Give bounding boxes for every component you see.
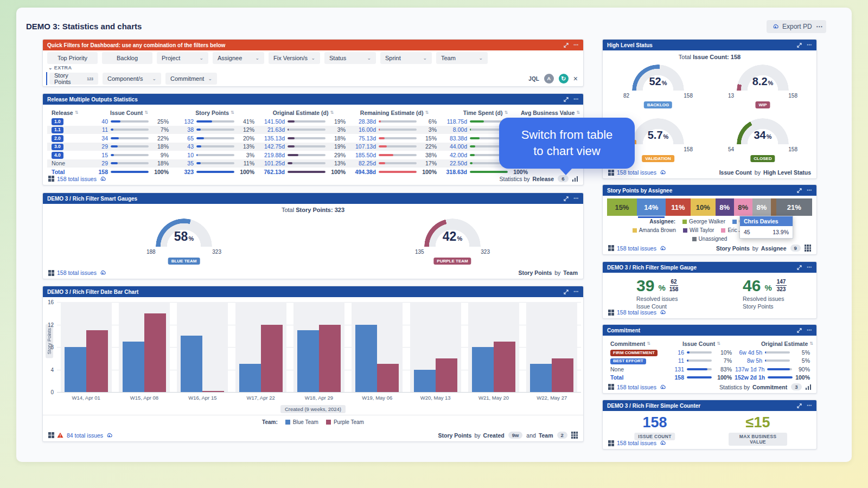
expand-icon[interactable]	[564, 43, 569, 48]
assignee-segment[interactable]: 14%	[637, 198, 666, 216]
assignee-segment[interactable]: 10%	[691, 198, 715, 216]
filter-team[interactable]: Team⌄	[436, 52, 488, 64]
more-icon[interactable]: ⋯	[807, 328, 812, 333]
close-icon[interactable]: ×	[573, 75, 578, 82]
filter-top-priority[interactable]: Top Priority	[47, 52, 98, 64]
column-header-avg-business-value[interactable]: Avg Business Value⇅	[531, 110, 580, 116]
filter-commitment[interactable]: Commitment⌄	[165, 73, 217, 85]
expand-icon[interactable]	[797, 265, 802, 270]
assignee-segment[interactable]: 21%	[776, 198, 812, 216]
total-issues-link[interactable]: 158 total issues	[617, 169, 656, 176]
more-icon[interactable]: ⋯	[573, 97, 579, 102]
column-header-issue-count[interactable]: Issue Count⇅	[86, 110, 172, 116]
table-header-row: Commitment⇅Issue Count⇅Original Estimate…	[607, 339, 812, 348]
gauge-caption: Resolved issues	[743, 295, 787, 303]
metric-cell: 16.00d3%	[349, 126, 440, 133]
more-icon[interactable]: ⋯	[807, 188, 812, 193]
expand-icon[interactable]	[564, 97, 569, 102]
column-header-original-estimate[interactable]: Original Estimate⇅	[735, 341, 813, 347]
more-icon[interactable]: ⋯	[807, 403, 812, 408]
chart-icon[interactable]	[572, 176, 578, 182]
total-issues-link[interactable]: 158 total issues	[617, 309, 656, 316]
gridline	[57, 392, 581, 393]
chart-icon[interactable]	[806, 384, 812, 390]
filter-assignee[interactable]: Assignee⌄	[213, 52, 264, 64]
assignee-segment[interactable]: 8%	[734, 198, 752, 216]
footer-label: Created	[483, 432, 505, 439]
cloud-icon[interactable]	[659, 245, 666, 252]
column-header-time-spent-d[interactable]: Time Spent (d)⇅	[440, 110, 531, 116]
filter-component-s[interactable]: Component/s⌄	[103, 73, 161, 85]
column-header-remaining-estimate-d[interactable]: Remaining Estimate (d)⇅	[349, 110, 440, 116]
assignee-segment[interactable]: 8%	[716, 198, 734, 216]
assignee-segment[interactable]	[771, 198, 776, 216]
dashboard-more-button[interactable]: ⋯	[812, 20, 826, 33]
column-label: Original Estimate	[761, 341, 808, 347]
counter-value: ≤15	[729, 415, 787, 430]
assignee-segment[interactable]: 15%	[607, 198, 637, 216]
legend-item-will-taylor: Will Taylor	[683, 227, 714, 233]
legend-item-blue-team: Blue Team	[285, 419, 318, 425]
release-badge: 2.0	[52, 135, 63, 142]
more-icon[interactable]: ⋯	[807, 42, 812, 48]
more-icon[interactable]: ⋯	[807, 265, 812, 270]
more-icon[interactable]: ⋯	[573, 196, 579, 201]
release-cell: 4.0	[47, 151, 86, 159]
column-label: Avg Business Value	[521, 110, 575, 116]
metric-bar	[379, 129, 417, 131]
avatar[interactable]: A	[544, 74, 554, 84]
metric-bar	[379, 145, 417, 147]
total-issues-link[interactable]: 84 total issues	[67, 432, 103, 439]
metric-value: 43	[172, 143, 194, 150]
refresh-icon[interactable]: ↻	[559, 74, 569, 84]
column-header-issue-count[interactable]: Issue Count⇅	[668, 341, 735, 347]
cloud-icon[interactable]	[99, 176, 106, 182]
cloud-icon[interactable]	[659, 309, 666, 316]
filter-sprint[interactable]: Sprint⌄	[380, 52, 432, 64]
cloud-icon[interactable]	[659, 169, 666, 176]
filter-project[interactable]: Project⌄	[157, 52, 208, 64]
percent-sign: %	[188, 235, 194, 242]
cloud-icon[interactable]	[659, 384, 666, 390]
total-issues-link[interactable]: 158 total issues	[57, 269, 97, 276]
column-header-release[interactable]: Release⇅	[47, 110, 86, 116]
sort-icon: ⇅	[330, 110, 334, 115]
cloud-icon[interactable]	[99, 269, 106, 276]
cloud-icon[interactable]	[106, 432, 113, 439]
grid-icon	[608, 245, 614, 251]
table-icon[interactable]	[805, 245, 811, 251]
filter-fix-version-s[interactable]: Fix Version/s⌄	[269, 52, 320, 64]
metric-value: 185.50d	[349, 152, 376, 158]
expand-icon[interactable]	[797, 43, 802, 48]
callout-line2: to chart view	[533, 143, 601, 159]
total-issues-link[interactable]: 158 total issues	[617, 440, 656, 446]
more-icon[interactable]: ⋯	[573, 289, 579, 294]
jql-toggle[interactable]: JQL	[528, 76, 539, 82]
cloud-icon[interactable]	[659, 440, 666, 446]
footer-label: by	[554, 269, 560, 276]
metric-percent: 100%	[419, 169, 437, 175]
expand-icon[interactable]	[564, 290, 569, 294]
metric-percent: 100%	[795, 374, 810, 381]
extra-section-toggle[interactable]: ⌄ EXTRA	[48, 65, 72, 70]
total-issues-link[interactable]: 158 total issues	[57, 176, 97, 182]
filter-backlog[interactable]: Backlog	[102, 52, 152, 64]
column-header-commitment[interactable]: Commitment⇅	[607, 341, 668, 347]
expand-icon[interactable]	[564, 196, 569, 201]
total-issues-link[interactable]: 158 total issues	[617, 384, 656, 390]
metric-cell: 28.38d6%	[349, 118, 440, 125]
tooltip-value: 45	[744, 229, 750, 235]
total-issues-link[interactable]: 158 total issues	[617, 245, 656, 252]
filter-status[interactable]: Status⌄	[324, 52, 376, 64]
more-icon[interactable]: ⋯	[573, 42, 579, 48]
expand-icon[interactable]	[797, 328, 802, 333]
filter-story-points[interactable]: Story Points123	[49, 73, 98, 85]
expand-icon[interactable]	[797, 188, 802, 193]
column-header-story-points[interactable]: Story Points⇅	[172, 110, 258, 116]
table-icon[interactable]	[571, 432, 578, 438]
assignee-segment[interactable]: 11%	[666, 198, 691, 216]
assignee-segment[interactable]: 8%	[752, 198, 771, 216]
column-header-original-estimate-d[interactable]: Original Estimate (d)⇅	[258, 110, 349, 116]
sort-icon: ⇅	[717, 341, 720, 346]
expand-icon[interactable]	[797, 403, 802, 408]
